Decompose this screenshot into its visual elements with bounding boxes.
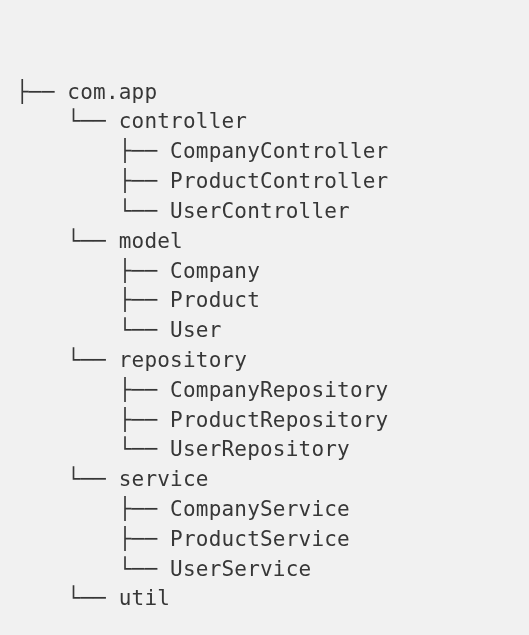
tree-line: └── UserService bbox=[16, 555, 513, 585]
tree-line: └── UserController bbox=[16, 197, 513, 227]
tree-line: ├── Company bbox=[16, 257, 513, 287]
tree-line: ├── CompanyService bbox=[16, 495, 513, 525]
tree-line: └── User bbox=[16, 316, 513, 346]
tree-line: ├── ProductService bbox=[16, 525, 513, 555]
tree-line: ├── Product bbox=[16, 286, 513, 316]
tree-line: └── repository bbox=[16, 346, 513, 376]
file-tree: ├── com.app └── controller ├── CompanyCo… bbox=[16, 78, 513, 615]
tree-line: ├── CompanyController bbox=[16, 137, 513, 167]
tree-line: └── UserRepository bbox=[16, 435, 513, 465]
tree-line: └── model bbox=[16, 227, 513, 257]
tree-line: └── util bbox=[16, 584, 513, 614]
tree-line: └── service bbox=[16, 465, 513, 495]
tree-line: └── controller bbox=[16, 107, 513, 137]
tree-line: ├── com.app bbox=[16, 78, 513, 108]
tree-line: ├── CompanyRepository bbox=[16, 376, 513, 406]
tree-line: ├── ProductController bbox=[16, 167, 513, 197]
tree-line: ├── ProductRepository bbox=[16, 406, 513, 436]
